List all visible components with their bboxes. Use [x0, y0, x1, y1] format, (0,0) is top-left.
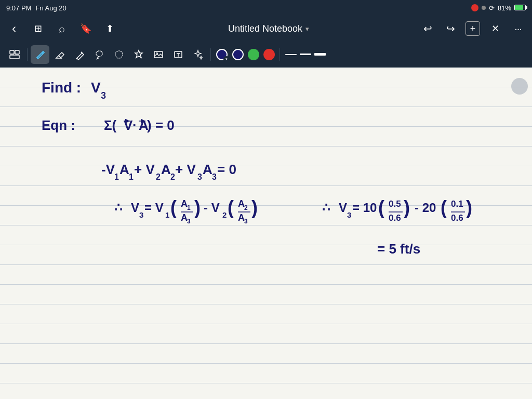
svg-text:V: V [131, 201, 139, 215]
record-icon [471, 4, 478, 11]
line-thick[interactable] [314, 53, 326, 56]
svg-text:): ) [404, 197, 410, 218]
canvas-area[interactable]: Find : V 3 Eqn : Σ( V · A ) = 0 -V 1 A 1… [0, 68, 532, 399]
pen-button[interactable] [31, 45, 49, 64]
svg-text:) = 0: ) = 0 [147, 117, 175, 133]
dot-icon [482, 6, 486, 10]
undo-button[interactable]: ↩ [420, 21, 435, 36]
battery-percent: 81% [498, 4, 511, 12]
svg-text:): ) [466, 197, 472, 218]
svg-text:A: A [119, 162, 129, 177]
line-medium[interactable] [300, 54, 311, 55]
svg-text:- V: - V [204, 201, 220, 215]
svg-text:0.5: 0.5 [389, 199, 401, 209]
more-button[interactable]: ··· [510, 21, 526, 36]
svg-text:Eqn :: Eqn : [42, 117, 75, 133]
svg-text:= 5  ft/s: = 5 ft/s [377, 241, 420, 257]
svg-text:∴: ∴ [114, 201, 122, 215]
svg-text:∴: ∴ [322, 201, 330, 215]
svg-text:A: A [161, 162, 171, 177]
back-button[interactable]: ‹ [6, 21, 22, 36]
notebook-title: Untitled Notebook [228, 23, 302, 34]
separator-3 [280, 48, 280, 61]
close-button[interactable]: ✕ [487, 21, 503, 36]
svg-text:= V: = V [144, 201, 164, 215]
status-bar: 9:07 PM Fri Aug 20 ⟳ 81% [0, 0, 532, 16]
share-button[interactable]: ⬆ [102, 21, 117, 36]
svg-text:1: 1 [129, 172, 134, 181]
separator-1 [27, 48, 28, 61]
highlighter-button[interactable] [70, 45, 89, 64]
svg-text:Σ(: Σ( [104, 117, 117, 133]
redo-button[interactable]: ↪ [443, 21, 458, 36]
svg-text:- 20: - 20 [415, 201, 436, 215]
svg-text:= 10: = 10 [352, 201, 377, 215]
image-button[interactable] [149, 45, 168, 64]
svg-text:): ) [251, 197, 258, 218]
selection-circle-button[interactable] [110, 45, 128, 64]
date: Fri Aug 20 [35, 4, 66, 12]
color-dropdown[interactable]: ▾ [214, 47, 230, 62]
svg-text:1: 1 [165, 210, 169, 219]
svg-text:3: 3 [139, 210, 143, 219]
svg-text:0.6: 0.6 [451, 213, 463, 223]
color-red[interactable] [263, 49, 275, 60]
eraser-button[interactable] [50, 45, 69, 64]
separator-2 [210, 48, 211, 61]
svg-text:-V: -V [101, 162, 115, 177]
star-button[interactable] [129, 45, 148, 64]
line-thickness-group [285, 53, 326, 56]
title-chevron: ▾ [305, 25, 309, 33]
organize-button[interactable] [5, 45, 24, 64]
svg-rect-2 [10, 55, 19, 59]
toolbar: ▾ [0, 42, 532, 68]
title-bar: ‹ ⊞ ⌕ 🔖 ⬆ Untitled Notebook ▾ ↩ ↪ + ✕ ··… [0, 16, 532, 42]
add-page-button[interactable]: + [466, 21, 480, 36]
svg-text:A: A [203, 162, 212, 177]
svg-text:V: V [91, 79, 101, 96]
color-green[interactable] [248, 49, 259, 60]
svg-rect-0 [10, 50, 14, 54]
svg-text:1: 1 [114, 172, 119, 181]
svg-text:(: ( [378, 197, 384, 218]
svg-text:+ V: + V [134, 162, 155, 177]
svg-text:3: 3 [197, 172, 202, 181]
signal-icon: ⟳ [489, 4, 495, 12]
time: 9:07 PM [6, 4, 31, 12]
svg-text:V: V [339, 201, 347, 215]
svg-text:): ) [194, 197, 201, 218]
grid-view-button[interactable]: ⊞ [30, 21, 46, 36]
svg-text:3: 3 [187, 218, 191, 225]
svg-text:3: 3 [212, 172, 217, 181]
svg-text:+ V: + V [175, 162, 196, 177]
text-button[interactable] [169, 45, 188, 64]
line-thin[interactable] [285, 54, 297, 55]
search-button[interactable]: ⌕ [54, 21, 70, 36]
svg-text:(: ( [441, 197, 447, 218]
svg-point-3 [115, 51, 123, 58]
svg-text:3: 3 [347, 210, 351, 219]
svg-text:2: 2 [156, 172, 161, 181]
magic-button[interactable] [189, 45, 207, 64]
svg-text:= 0: = 0 [217, 162, 236, 177]
svg-text:2: 2 [244, 204, 248, 211]
battery-icon [514, 4, 526, 12]
lasso-button[interactable] [90, 45, 109, 64]
math-equations: Find : V 3 Eqn : Σ( V · A ) = 0 -V 1 A 1… [0, 68, 532, 399]
svg-text:3: 3 [101, 90, 106, 101]
bookmark-button[interactable]: 🔖 [78, 21, 94, 36]
svg-text:2: 2 [222, 210, 227, 219]
color-navy[interactable] [232, 49, 244, 60]
svg-text:0.6: 0.6 [389, 213, 401, 223]
svg-text:Find :: Find : [42, 79, 81, 96]
svg-text:3: 3 [244, 218, 248, 225]
svg-text:(: ( [228, 197, 234, 218]
svg-text:1: 1 [187, 204, 191, 211]
svg-text:2: 2 [170, 172, 175, 181]
svg-text:(: ( [170, 197, 177, 218]
svg-rect-1 [15, 50, 19, 54]
svg-text:0.1: 0.1 [451, 199, 463, 209]
svg-text:V: V [124, 117, 133, 133]
svg-text:·: · [132, 117, 136, 133]
